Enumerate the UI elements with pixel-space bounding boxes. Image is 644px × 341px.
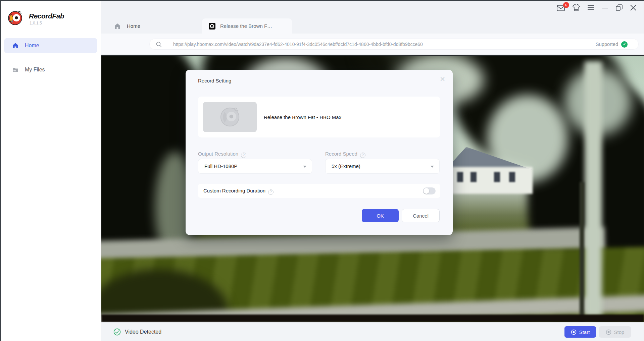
record-speed-select[interactable]: 5x (Extreme) bbox=[325, 159, 440, 174]
record-speed-label: Record Speed? bbox=[325, 151, 365, 158]
output-resolution-label: Output Resolution? bbox=[198, 151, 246, 158]
tshirt-skin-icon bbox=[572, 3, 581, 12]
folder-icon bbox=[12, 66, 19, 73]
output-resolution-value: Full HD-1080P bbox=[204, 159, 237, 173]
pole bbox=[580, 182, 584, 322]
help-icon[interactable]: ? bbox=[268, 189, 274, 195]
placeholder-parrot-icon bbox=[220, 107, 240, 127]
tree-trunk-pale bbox=[585, 61, 602, 316]
restore-button[interactable] bbox=[615, 3, 625, 13]
supported-check-icon: ✓ bbox=[621, 41, 628, 48]
house-window bbox=[470, 172, 477, 182]
help-icon[interactable]: ? bbox=[360, 153, 365, 158]
custom-duration-label: Custom Recording Duration? bbox=[203, 184, 274, 198]
browser-toolbar: https://play.hbomax.com/video/watch/9da2… bbox=[101, 34, 644, 55]
media-thumbnail bbox=[203, 102, 257, 132]
start-label: Start bbox=[579, 329, 590, 335]
search-icon bbox=[156, 41, 162, 47]
media-title: Release the Brown Fat • HBO Max bbox=[264, 114, 341, 120]
chevron-down-icon bbox=[303, 166, 306, 168]
record-icon bbox=[571, 329, 577, 335]
cancel-button[interactable]: Cancel bbox=[402, 209, 440, 222]
tab-label: Home bbox=[127, 23, 140, 29]
notification-badge: 6 bbox=[563, 2, 569, 8]
sidebar-item-label: My Files bbox=[25, 67, 45, 73]
chevron-down-icon bbox=[431, 166, 434, 168]
home-icon bbox=[114, 23, 121, 30]
sidebar: RecordFab 1.0.1.5 Home My Files bbox=[0, 0, 101, 341]
home-icon bbox=[12, 42, 19, 49]
custom-duration-row: Custom Recording Duration? bbox=[198, 184, 440, 198]
media-card: Release the Brown Fat • HBO Max bbox=[198, 97, 440, 137]
house-window bbox=[494, 172, 500, 182]
restore-icon bbox=[615, 3, 624, 12]
url-text: https://play.hbomax.com/video/watch/9da2… bbox=[173, 42, 423, 47]
support-status-label: Supported bbox=[596, 42, 618, 47]
status-bar: Video Detected Start Stop bbox=[101, 322, 644, 341]
tab-label: Release the Brown F… bbox=[220, 23, 272, 29]
ok-button[interactable]: OK bbox=[362, 209, 399, 222]
sidebar-item-my-files[interactable]: My Files bbox=[4, 62, 97, 77]
record-setting-dialog: Record Setting ✕ Release the Brown Fat •… bbox=[186, 70, 453, 235]
help-icon[interactable]: ? bbox=[241, 153, 246, 158]
dialog-title: Record Setting bbox=[198, 78, 231, 83]
app-title: RecordFab bbox=[29, 12, 64, 20]
house-window bbox=[457, 172, 463, 182]
sidebar-item-home[interactable]: Home bbox=[4, 38, 97, 53]
stop-icon bbox=[606, 329, 611, 335]
hbomax-favicon bbox=[209, 23, 215, 30]
video-top-edge bbox=[101, 55, 644, 56]
close-window-button[interactable] bbox=[629, 3, 639, 13]
url-input[interactable]: https://play.hbomax.com/video/watch/9da2… bbox=[149, 39, 639, 50]
sidebar-item-label: Home bbox=[25, 43, 39, 49]
close-icon bbox=[629, 3, 638, 12]
start-record-button[interactable]: Start bbox=[564, 326, 596, 338]
skin-theme-button[interactable] bbox=[572, 3, 582, 13]
custom-duration-toggle[interactable] bbox=[423, 187, 436, 194]
record-speed-value: 5x (Extreme) bbox=[332, 159, 360, 173]
video-bottom-strip bbox=[101, 315, 644, 322]
tab-home[interactable]: Home bbox=[101, 18, 202, 34]
minimize-button[interactable] bbox=[601, 3, 611, 13]
status-message: Video Detected bbox=[125, 329, 161, 335]
dialog-close-icon[interactable]: ✕ bbox=[440, 75, 445, 83]
house-window bbox=[509, 172, 515, 182]
video-detected-check-icon bbox=[113, 328, 121, 336]
output-resolution-select[interactable]: Full HD-1080P bbox=[198, 159, 312, 174]
menu-button[interactable] bbox=[587, 3, 597, 13]
menu-icon bbox=[587, 3, 595, 12]
toggle-knob bbox=[424, 188, 429, 194]
stop-record-button[interactable]: Stop bbox=[599, 326, 631, 338]
recordfab-logo-icon bbox=[8, 11, 22, 25]
app-version: 1.0.1.5 bbox=[30, 21, 42, 25]
stop-label: Stop bbox=[614, 329, 625, 335]
tab-release-the-brown-fat[interactable]: Release the Brown F… bbox=[202, 18, 292, 34]
minimize-icon bbox=[601, 3, 609, 12]
